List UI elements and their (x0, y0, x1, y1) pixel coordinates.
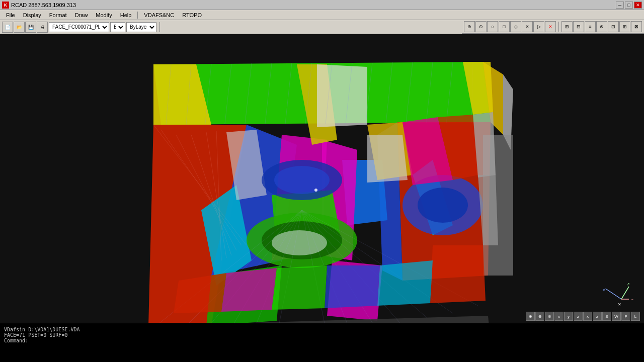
snap-diamond[interactable]: ◇ (510, 21, 521, 32)
view-btn-3[interactable]: ≡ (585, 21, 596, 32)
snap-square[interactable]: □ (499, 21, 510, 32)
menu-item-help[interactable]: Help (116, 11, 136, 19)
status-line-3: Command: (4, 338, 640, 343)
viewport[interactable]: VDafsin D:\VDA1\DUESE.VDA FACE=71 PSET=0… (0, 34, 644, 347)
view-w-button[interactable]: W (612, 312, 621, 321)
svg-point-25 (418, 188, 468, 223)
file-buttons: 📄 📂 💾 🖨 (2, 22, 48, 33)
view-x2-button[interactable]: x (583, 312, 592, 321)
toolbar-right: ⊕ ⊙ ○ □ ◇ ✕ ▷ ✕ ⊞ ⊟ ≡ ⊗ ⊡ ⊞ ⊠ (462, 20, 644, 34)
print-button[interactable]: 🖨 (37, 22, 48, 33)
open-button[interactable]: 📂 (14, 22, 25, 33)
menubar: FileDisplayFormatDrawModifyHelpVDAFS&NCR… (0, 10, 644, 20)
model-display (0, 34, 644, 347)
svg-point-28 (272, 230, 327, 255)
status-line-1: VDafsin D:\VDA1\DUESE.VDA (4, 327, 640, 332)
svg-point-30 (274, 166, 330, 194)
svg-text:✕: ✕ (618, 302, 621, 307)
layer-dropdown[interactable]: FACE_FC000071_PLO (49, 22, 109, 32)
maximize-button[interactable]: □ (625, 2, 633, 9)
menu-item-draw[interactable]: Draw (71, 11, 92, 19)
zoom-in-button[interactable]: ⊕ (526, 312, 535, 321)
svg-text:→: → (630, 297, 634, 302)
view-x-button[interactable]: x (554, 312, 564, 321)
svg-marker-21 (367, 135, 408, 183)
bottom-right-toolbar: ⊕ ⊖ ⊙ x y z x z S W F L (526, 312, 640, 321)
snap-endpoint[interactable]: ⊕ (464, 21, 475, 32)
menu-item-display[interactable]: Display (19, 11, 45, 19)
svg-marker-69 (272, 265, 327, 310)
svg-marker-19 (317, 64, 367, 127)
svg-marker-67 (377, 260, 433, 306)
svg-marker-66 (430, 245, 486, 303)
toolbar-separator-right (558, 22, 559, 32)
byl-dropdown[interactable]: BYL (110, 22, 125, 32)
svg-point-74 (314, 189, 317, 192)
svg-marker-70 (221, 268, 277, 312)
view-z-button[interactable]: z (574, 312, 583, 321)
window-title: RCAD 2887.563,1909.313 (11, 2, 76, 8)
view-l-button[interactable]: L (631, 312, 640, 321)
view-f-button[interactable]: F (621, 312, 630, 321)
menu-separator (137, 12, 138, 19)
menu-item-vdafs[interactable]: VDAFS&NC (140, 11, 178, 19)
titlebar-left: K RCAD 2887.563,1909.313 (2, 2, 76, 9)
svg-marker-68 (325, 265, 380, 308)
svg-line-78 (606, 289, 621, 299)
view-y-button[interactable]: y (564, 312, 573, 321)
zoom-fit-button[interactable]: ⊙ (545, 312, 554, 321)
snap-x[interactable]: ✕ (522, 21, 533, 32)
snap-cross[interactable]: ✕ (545, 21, 556, 32)
snap-circle[interactable]: ○ (487, 21, 498, 32)
view-btn-2[interactable]: ⊟ (573, 21, 584, 32)
titlebar: K RCAD 2887.563,1909.313 ─ □ ✕ (0, 0, 644, 10)
snap-arrow[interactable]: ▷ (533, 21, 544, 32)
svg-line-80 (621, 287, 629, 299)
toolbar-separator-1 (159, 22, 160, 32)
menu-item-modify[interactable]: Modify (92, 11, 116, 19)
zoom-out-button[interactable]: ⊖ (535, 312, 544, 321)
menu-item-rtopo[interactable]: RTOPO (178, 11, 206, 19)
statusbar: VDafsin D:\VDA1\DUESE.VDA FACE=71 PSET=0… (0, 323, 644, 347)
svg-text:↙: ↙ (603, 287, 606, 292)
save-button[interactable]: 💾 (25, 22, 36, 33)
snap-midpoint[interactable]: ⊙ (475, 21, 487, 32)
view-btn-6[interactable]: ⊞ (619, 21, 630, 32)
app-logo: K (2, 2, 9, 9)
minimize-button[interactable]: ─ (616, 2, 624, 9)
view-btn-5[interactable]: ⊡ (608, 21, 619, 32)
view-z2-button[interactable]: z (593, 312, 602, 321)
menu-item-format[interactable]: Format (45, 11, 71, 19)
view-btn-1[interactable]: ⊞ (561, 21, 573, 32)
orientation-widget: ↙ ↗ → ✕ (594, 277, 634, 307)
menu-item-file[interactable]: File (2, 11, 19, 19)
view-btn-7[interactable]: ⊠ (631, 21, 642, 32)
view-btn-4[interactable]: ⊗ (596, 21, 607, 32)
view-s-button[interactable]: S (602, 312, 611, 321)
window-controls: ─ □ ✕ (616, 2, 642, 9)
new-button[interactable]: 📄 (2, 22, 13, 33)
close-button[interactable]: ✕ (634, 2, 642, 9)
status-line-2: FACE=71 PSET=0 SURF=0 (4, 332, 640, 338)
bylayer-dropdown[interactable]: ByLayer (126, 22, 156, 32)
svg-text:↗: ↗ (626, 282, 630, 287)
